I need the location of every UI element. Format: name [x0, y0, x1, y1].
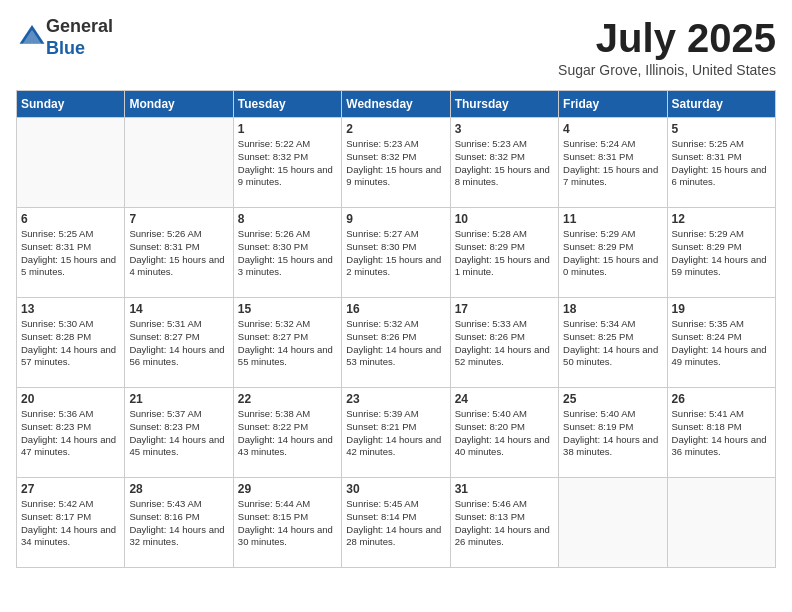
- day-number: 6: [21, 212, 120, 226]
- day-number: 30: [346, 482, 445, 496]
- calendar-day-cell: 3Sunrise: 5:23 AMSunset: 8:32 PMDaylight…: [450, 118, 558, 208]
- weekday-header-cell: Monday: [125, 91, 233, 118]
- day-number: 21: [129, 392, 228, 406]
- calendar-day-cell: 13Sunrise: 5:30 AMSunset: 8:28 PMDayligh…: [17, 298, 125, 388]
- calendar-day-cell: 21Sunrise: 5:37 AMSunset: 8:23 PMDayligh…: [125, 388, 233, 478]
- day-number: 25: [563, 392, 662, 406]
- calendar-day-cell: 26Sunrise: 5:41 AMSunset: 8:18 PMDayligh…: [667, 388, 775, 478]
- day-info: Sunrise: 5:29 AMSunset: 8:29 PMDaylight:…: [563, 228, 662, 279]
- day-info: Sunrise: 5:24 AMSunset: 8:31 PMDaylight:…: [563, 138, 662, 189]
- day-info: Sunrise: 5:23 AMSunset: 8:32 PMDaylight:…: [346, 138, 445, 189]
- day-info: Sunrise: 5:39 AMSunset: 8:21 PMDaylight:…: [346, 408, 445, 459]
- day-number: 26: [672, 392, 771, 406]
- month-title: July 2025: [558, 16, 776, 60]
- calendar-day-cell: 6Sunrise: 5:25 AMSunset: 8:31 PMDaylight…: [17, 208, 125, 298]
- day-number: 9: [346, 212, 445, 226]
- calendar-day-cell: 28Sunrise: 5:43 AMSunset: 8:16 PMDayligh…: [125, 478, 233, 568]
- calendar-week-row: 1Sunrise: 5:22 AMSunset: 8:32 PMDaylight…: [17, 118, 776, 208]
- calendar-day-cell: [559, 478, 667, 568]
- day-number: 1: [238, 122, 337, 136]
- day-info: Sunrise: 5:30 AMSunset: 8:28 PMDaylight:…: [21, 318, 120, 369]
- day-info: Sunrise: 5:22 AMSunset: 8:32 PMDaylight:…: [238, 138, 337, 189]
- calendar-day-cell: 30Sunrise: 5:45 AMSunset: 8:14 PMDayligh…: [342, 478, 450, 568]
- calendar-day-cell: 31Sunrise: 5:46 AMSunset: 8:13 PMDayligh…: [450, 478, 558, 568]
- day-info: Sunrise: 5:34 AMSunset: 8:25 PMDaylight:…: [563, 318, 662, 369]
- calendar-day-cell: 18Sunrise: 5:34 AMSunset: 8:25 PMDayligh…: [559, 298, 667, 388]
- day-number: 10: [455, 212, 554, 226]
- day-info: Sunrise: 5:25 AMSunset: 8:31 PMDaylight:…: [21, 228, 120, 279]
- day-info: Sunrise: 5:45 AMSunset: 8:14 PMDaylight:…: [346, 498, 445, 549]
- day-info: Sunrise: 5:42 AMSunset: 8:17 PMDaylight:…: [21, 498, 120, 549]
- day-number: 8: [238, 212, 337, 226]
- calendar-day-cell: 11Sunrise: 5:29 AMSunset: 8:29 PMDayligh…: [559, 208, 667, 298]
- weekday-header-cell: Thursday: [450, 91, 558, 118]
- day-number: 15: [238, 302, 337, 316]
- day-info: Sunrise: 5:26 AMSunset: 8:31 PMDaylight:…: [129, 228, 228, 279]
- weekday-header-row: SundayMondayTuesdayWednesdayThursdayFrid…: [17, 91, 776, 118]
- title-block: July 2025 Sugar Grove, Illinois, United …: [558, 16, 776, 78]
- day-info: Sunrise: 5:37 AMSunset: 8:23 PMDaylight:…: [129, 408, 228, 459]
- calendar-day-cell: 9Sunrise: 5:27 AMSunset: 8:30 PMDaylight…: [342, 208, 450, 298]
- calendar-week-row: 27Sunrise: 5:42 AMSunset: 8:17 PMDayligh…: [17, 478, 776, 568]
- day-info: Sunrise: 5:23 AMSunset: 8:32 PMDaylight:…: [455, 138, 554, 189]
- day-info: Sunrise: 5:29 AMSunset: 8:29 PMDaylight:…: [672, 228, 771, 279]
- day-number: 13: [21, 302, 120, 316]
- day-info: Sunrise: 5:35 AMSunset: 8:24 PMDaylight:…: [672, 318, 771, 369]
- day-info: Sunrise: 5:32 AMSunset: 8:27 PMDaylight:…: [238, 318, 337, 369]
- logo-text: General Blue: [46, 16, 113, 59]
- day-info: Sunrise: 5:44 AMSunset: 8:15 PMDaylight:…: [238, 498, 337, 549]
- calendar-week-row: 6Sunrise: 5:25 AMSunset: 8:31 PMDaylight…: [17, 208, 776, 298]
- calendar-day-cell: 16Sunrise: 5:32 AMSunset: 8:26 PMDayligh…: [342, 298, 450, 388]
- location: Sugar Grove, Illinois, United States: [558, 62, 776, 78]
- calendar-day-cell: 14Sunrise: 5:31 AMSunset: 8:27 PMDayligh…: [125, 298, 233, 388]
- calendar-day-cell: 15Sunrise: 5:32 AMSunset: 8:27 PMDayligh…: [233, 298, 341, 388]
- calendar-week-row: 20Sunrise: 5:36 AMSunset: 8:23 PMDayligh…: [17, 388, 776, 478]
- day-number: 5: [672, 122, 771, 136]
- logo: General Blue: [16, 16, 113, 59]
- day-number: 14: [129, 302, 228, 316]
- day-number: 20: [21, 392, 120, 406]
- logo-icon: [18, 22, 46, 50]
- calendar-header: SundayMondayTuesdayWednesdayThursdayFrid…: [17, 91, 776, 118]
- day-info: Sunrise: 5:46 AMSunset: 8:13 PMDaylight:…: [455, 498, 554, 549]
- day-number: 7: [129, 212, 228, 226]
- weekday-header-cell: Friday: [559, 91, 667, 118]
- day-number: 22: [238, 392, 337, 406]
- day-info: Sunrise: 5:36 AMSunset: 8:23 PMDaylight:…: [21, 408, 120, 459]
- weekday-header-cell: Wednesday: [342, 91, 450, 118]
- day-number: 16: [346, 302, 445, 316]
- day-info: Sunrise: 5:26 AMSunset: 8:30 PMDaylight:…: [238, 228, 337, 279]
- calendar-day-cell: 27Sunrise: 5:42 AMSunset: 8:17 PMDayligh…: [17, 478, 125, 568]
- weekday-header-cell: Tuesday: [233, 91, 341, 118]
- calendar-table: SundayMondayTuesdayWednesdayThursdayFrid…: [16, 90, 776, 568]
- day-number: 23: [346, 392, 445, 406]
- day-info: Sunrise: 5:38 AMSunset: 8:22 PMDaylight:…: [238, 408, 337, 459]
- day-number: 11: [563, 212, 662, 226]
- calendar-day-cell: 1Sunrise: 5:22 AMSunset: 8:32 PMDaylight…: [233, 118, 341, 208]
- calendar-day-cell: 8Sunrise: 5:26 AMSunset: 8:30 PMDaylight…: [233, 208, 341, 298]
- calendar-day-cell: 17Sunrise: 5:33 AMSunset: 8:26 PMDayligh…: [450, 298, 558, 388]
- day-number: 18: [563, 302, 662, 316]
- day-number: 19: [672, 302, 771, 316]
- day-info: Sunrise: 5:43 AMSunset: 8:16 PMDaylight:…: [129, 498, 228, 549]
- calendar-day-cell: 19Sunrise: 5:35 AMSunset: 8:24 PMDayligh…: [667, 298, 775, 388]
- calendar-day-cell: 24Sunrise: 5:40 AMSunset: 8:20 PMDayligh…: [450, 388, 558, 478]
- calendar-day-cell: 29Sunrise: 5:44 AMSunset: 8:15 PMDayligh…: [233, 478, 341, 568]
- day-info: Sunrise: 5:40 AMSunset: 8:19 PMDaylight:…: [563, 408, 662, 459]
- day-number: 4: [563, 122, 662, 136]
- calendar-day-cell: 2Sunrise: 5:23 AMSunset: 8:32 PMDaylight…: [342, 118, 450, 208]
- calendar-day-cell: 25Sunrise: 5:40 AMSunset: 8:19 PMDayligh…: [559, 388, 667, 478]
- day-info: Sunrise: 5:25 AMSunset: 8:31 PMDaylight:…: [672, 138, 771, 189]
- day-number: 12: [672, 212, 771, 226]
- day-info: Sunrise: 5:41 AMSunset: 8:18 PMDaylight:…: [672, 408, 771, 459]
- day-info: Sunrise: 5:27 AMSunset: 8:30 PMDaylight:…: [346, 228, 445, 279]
- day-number: 29: [238, 482, 337, 496]
- weekday-header-cell: Sunday: [17, 91, 125, 118]
- calendar-day-cell: [17, 118, 125, 208]
- day-number: 27: [21, 482, 120, 496]
- calendar-body: 1Sunrise: 5:22 AMSunset: 8:32 PMDaylight…: [17, 118, 776, 568]
- day-number: 28: [129, 482, 228, 496]
- calendar-day-cell: 23Sunrise: 5:39 AMSunset: 8:21 PMDayligh…: [342, 388, 450, 478]
- calendar-day-cell: 10Sunrise: 5:28 AMSunset: 8:29 PMDayligh…: [450, 208, 558, 298]
- day-number: 2: [346, 122, 445, 136]
